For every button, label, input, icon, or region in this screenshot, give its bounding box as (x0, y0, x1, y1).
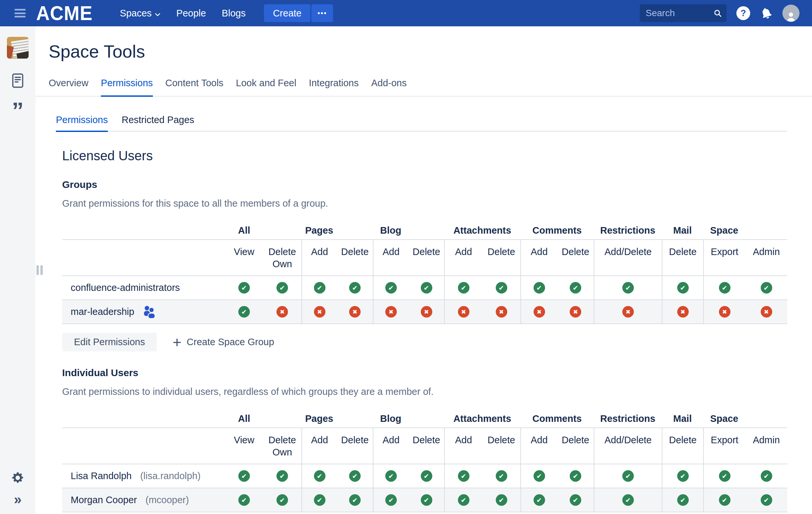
column-header-blog-add: Add (373, 428, 409, 464)
sidebar-resize-handle[interactable] (36, 265, 43, 275)
permission-cell: ✔ (444, 464, 482, 488)
column-group-filler (337, 410, 373, 428)
permission-cell: ✖ (373, 300, 409, 323)
quote-icon[interactable]: ” (12, 103, 24, 120)
column-header-all-view: View (225, 428, 263, 464)
permission-denied-icon: ✖ (277, 306, 288, 318)
tab-add-ons[interactable]: Add-ons (371, 78, 407, 96)
permission-granted-icon: ✔ (238, 282, 250, 294)
permission-cell: ✔ (337, 488, 373, 512)
column-header-pages-delete: Delete (337, 428, 373, 464)
permission-cell: ✔ (662, 276, 703, 299)
permission-cell: ✖ (520, 300, 557, 323)
space-logo[interactable] (7, 37, 29, 59)
permission-cell: ✔ (520, 488, 557, 512)
create-button[interactable]: Create (264, 4, 310, 22)
create-space-group-button[interactable]: + Create Space Group (173, 335, 274, 350)
plus-icon: + (173, 335, 181, 350)
permission-cell: ✔ (263, 464, 301, 488)
permission-granted-icon: ✔ (496, 494, 507, 506)
group-name-cell: confluence-administrators (62, 276, 225, 299)
permission-granted-icon: ✔ (719, 494, 730, 506)
column-header-all-view: View (225, 240, 263, 275)
permission-cell: ✖ (703, 300, 745, 323)
nav-item-people[interactable]: People (176, 8, 206, 19)
permission-cell: ✔ (301, 276, 337, 299)
column-group-filler (745, 221, 787, 239)
pages-nav-icon[interactable] (12, 73, 24, 88)
search-icon[interactable] (714, 9, 722, 19)
individual-users-description: Grant permissions to individual users, r… (62, 386, 812, 397)
permission-granted-icon: ✔ (385, 282, 397, 294)
column-group-label-mail: Mail (662, 410, 703, 428)
permission-cell: ✔ (373, 464, 409, 488)
permission-denied-icon: ✖ (349, 306, 360, 318)
ellipsis-icon: ••• (318, 9, 327, 17)
permission-granted-icon: ✔ (458, 470, 469, 482)
permission-granted-icon: ✔ (349, 470, 360, 482)
permission-granted-icon: ✔ (496, 470, 507, 482)
main-content: Space Tools OverviewPermissionsContent T… (35, 26, 812, 514)
more-button[interactable]: ••• (311, 4, 333, 22)
column-header-blog-add: Add (373, 240, 409, 275)
nav-item-blogs[interactable]: Blogs (222, 8, 246, 19)
app-logo[interactable]: ACME (36, 0, 93, 26)
permission-granted-icon: ✔ (458, 282, 469, 294)
permission-cell: ✔ (409, 488, 444, 512)
permission-granted-icon: ✔ (277, 470, 288, 482)
help-button[interactable]: ? (736, 6, 750, 20)
nav-item-spaces[interactable]: Spaces (120, 8, 161, 19)
space-settings-gear-icon[interactable] (11, 471, 24, 484)
permission-denied-icon: ✖ (496, 306, 507, 318)
notifications-button[interactable] (760, 7, 773, 20)
tab-content-tools[interactable]: Content Tools (165, 78, 224, 96)
user-name-cell: Lisa Randolph(lisa.randolph) (62, 464, 225, 488)
group-name-cell: mar-leadership (62, 300, 225, 323)
column-header-pages-add: Add (301, 240, 337, 275)
individual-users-permissions-table: AllPagesBlogAttachmentsCommentsRestricti… (62, 410, 787, 512)
column-group-filler (409, 221, 444, 239)
column-group-label-restrictions: Restrictions (594, 410, 662, 428)
permission-cell: ✔ (301, 488, 337, 512)
permission-denied-icon: ✖ (719, 306, 730, 318)
column-group-label-pages: Pages (301, 221, 337, 239)
permission-cell: ✔ (444, 488, 482, 512)
permission-granted-icon: ✔ (277, 494, 288, 506)
user-name-cell: Morgan Cooper(mcooper) (62, 488, 225, 512)
table-row: Morgan Cooper(mcooper)✔✔✔✔✔✔✔✔✔✔✔✔✔✔ (62, 488, 787, 512)
menu-icon[interactable] (14, 9, 26, 18)
tab-integrations[interactable]: Integrations (309, 78, 359, 96)
permission-granted-icon: ✔ (622, 282, 634, 294)
permission-granted-icon: ✔ (570, 494, 581, 506)
edit-permissions-button[interactable]: Edit Permissions (62, 333, 157, 351)
permission-cell: ✔ (520, 464, 557, 488)
user-avatar[interactable] (782, 5, 800, 22)
create-space-group-label: Create Space Group (187, 336, 274, 348)
subtab-permissions[interactable]: Permissions (56, 114, 108, 131)
licensed-users-heading: Licensed Users (62, 148, 812, 163)
tab-permissions[interactable]: Permissions (101, 78, 153, 96)
permission-granted-icon: ✔ (677, 470, 689, 482)
permission-granted-icon: ✔ (533, 494, 545, 506)
permission-cell: ✔ (409, 276, 444, 299)
permission-cell: ✔ (225, 300, 263, 323)
tab-overview[interactable]: Overview (49, 78, 88, 96)
subtab-restricted-pages[interactable]: Restricted Pages (122, 114, 194, 131)
permission-granted-icon: ✔ (349, 494, 360, 506)
permission-cell: ✖ (301, 300, 337, 323)
column-header-attachments-delete: Delete (482, 428, 520, 464)
permission-cell: ✔ (482, 464, 520, 488)
column-group-label-all: All (225, 221, 263, 239)
group-members-icon (143, 305, 156, 319)
permission-cell: ✔ (337, 276, 373, 299)
question-icon: ? (741, 8, 746, 19)
permission-cell: ✔ (557, 276, 594, 299)
column-group-label-all: All (225, 410, 263, 428)
permission-cell: ✖ (409, 300, 444, 323)
expand-sidebar-icon[interactable]: » (14, 494, 21, 506)
column-header-attachments-add: Add (444, 240, 482, 275)
column-header-space-export: Export (703, 240, 745, 275)
tab-look-and-feel[interactable]: Look and Feel (236, 78, 296, 96)
permission-cell: ✖ (482, 300, 520, 323)
column-group-label-comments: Comments (520, 410, 594, 428)
